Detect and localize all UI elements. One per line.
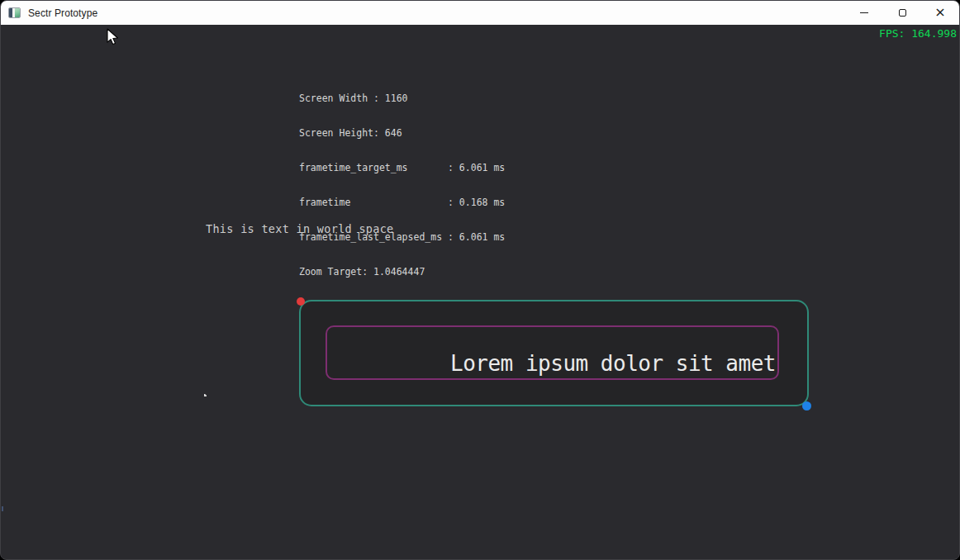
minimize-icon bbox=[860, 12, 868, 13]
debug-line-screen-width: Screen Width : 1160 bbox=[299, 93, 505, 104]
fps-counter: FPS: 164.998 bbox=[879, 27, 957, 40]
arrow-cursor-icon bbox=[107, 28, 119, 50]
corner-handle-blue-icon[interactable] bbox=[802, 401, 811, 411]
debug-line-frametime: frametime : 0.168 ms bbox=[299, 197, 505, 208]
minimize-button[interactable] bbox=[845, 1, 883, 25]
debug-readout: Screen Width : 1160 Screen Height: 646 f… bbox=[299, 69, 505, 301]
close-icon: × bbox=[934, 6, 945, 19]
debug-line-frametime-target: frametime_target_ms : 6.061 ms bbox=[299, 162, 505, 173]
titlebar[interactable]: Sectr Prototype × bbox=[1, 1, 959, 25]
world-outer-box[interactable]: Lorem ipsum dolor sit amet bbox=[299, 300, 809, 406]
stray-mark bbox=[204, 394, 207, 396]
window-title: Sectr Prototype bbox=[28, 7, 97, 19]
app-icon-stripe bbox=[15, 8, 20, 17]
world-space-text: This is text in world space bbox=[206, 222, 394, 235]
left-edge-artifact bbox=[2, 506, 3, 511]
app-icon bbox=[8, 7, 21, 18]
debug-line-zoom-target: Zoom Target: 1.0464447 bbox=[299, 266, 505, 278]
corner-handle-red-icon[interactable] bbox=[297, 297, 305, 306]
close-button[interactable]: × bbox=[921, 1, 959, 25]
app-canvas: FPS: 164.998 Screen Width : 1160 Screen … bbox=[2, 26, 958, 558]
world-inner-text-box[interactable]: Lorem ipsum dolor sit amet bbox=[326, 325, 779, 380]
debug-line-screen-height: Screen Height: 646 bbox=[299, 127, 505, 139]
maximize-button[interactable] bbox=[883, 1, 921, 25]
app-window: Sectr Prototype × FPS: 164.998 Screen Wi… bbox=[0, 0, 960, 560]
lorem-ipsum-text: Lorem ipsum dolor sit amet bbox=[450, 351, 776, 376]
maximize-icon bbox=[899, 9, 906, 17]
